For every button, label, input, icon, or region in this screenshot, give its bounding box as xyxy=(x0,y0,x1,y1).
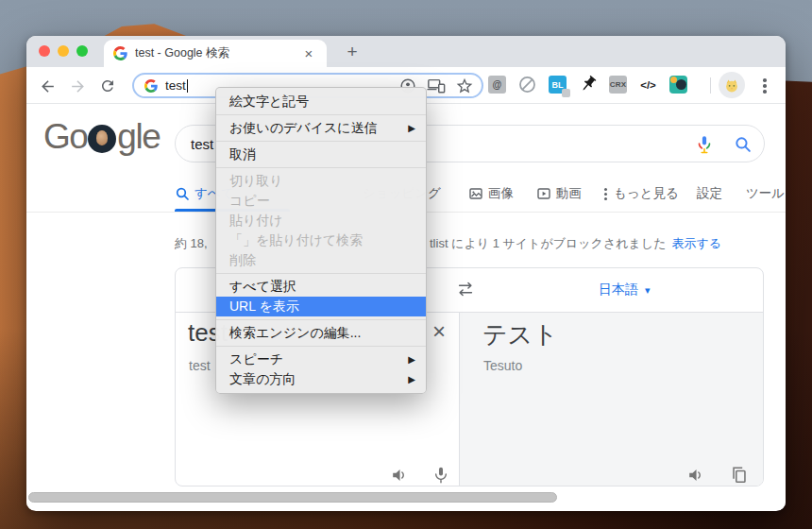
menu-separator xyxy=(216,319,426,320)
menu-item-speech[interactable]: スピーチ ▶ xyxy=(216,350,426,369)
menu-item-label: 削除 xyxy=(229,250,256,270)
menu-item-send-to-devices[interactable]: お使いのデバイスに送信 ▶ xyxy=(216,118,426,138)
google-doodle-logo: Gogle xyxy=(43,117,160,157)
menu-item-label: URL を表示 xyxy=(229,297,299,316)
tab-title: test - Google 検索 xyxy=(135,45,300,61)
chevron-down-icon: ▾ xyxy=(645,284,651,296)
mail-page-extension-icon[interactable]: @ xyxy=(486,74,508,95)
menu-item-show-url[interactable]: URL を表示 xyxy=(216,297,426,316)
menu-item-label: コピー xyxy=(229,191,270,211)
doodle-portrait-icon xyxy=(88,125,116,153)
listen-source-icon[interactable] xyxy=(390,465,411,486)
source-romaji: test xyxy=(189,358,211,373)
videos-tab-icon xyxy=(536,186,551,201)
menu-item-paste-and-search: 「」を貼り付けて検索 xyxy=(216,230,426,250)
browser-tab[interactable]: test - Google 検索 × xyxy=(104,40,327,67)
menu-item-undo[interactable]: 取消 xyxy=(216,145,426,164)
menu-item-emoji-symbols[interactable]: 絵文字と記号 xyxy=(216,92,426,111)
new-tab-button[interactable]: + xyxy=(340,41,364,63)
voice-search-icon[interactable] xyxy=(694,134,715,155)
menu-item-label: 貼り付け xyxy=(229,211,283,230)
menu-item-label: 取消 xyxy=(229,145,256,164)
logo-text-right: gle xyxy=(117,117,160,157)
menu-item-label: お使いのデバイスに送信 xyxy=(229,118,378,138)
tab-tools[interactable]: ツール xyxy=(746,185,785,202)
cat-avatar-icon xyxy=(721,75,742,95)
tab-settings-label: 設定 xyxy=(697,185,722,202)
target-language-selector[interactable]: 日本語▾ xyxy=(599,282,651,299)
menu-separator xyxy=(216,346,426,347)
menu-separator xyxy=(216,141,426,142)
menu-separator xyxy=(216,167,426,168)
listen-target-icon[interactable] xyxy=(686,465,707,486)
tab-images-label: 画像 xyxy=(488,185,514,202)
pin-extension-icon[interactable] xyxy=(577,74,599,95)
google-favicon xyxy=(144,79,158,93)
bookmark-star-icon[interactable] xyxy=(455,77,474,95)
copy-translation-icon[interactable] xyxy=(729,465,750,486)
menu-item-label: 「」を貼り付けて検索 xyxy=(229,230,363,250)
tab-images[interactable]: 画像 xyxy=(468,185,514,202)
back-icon xyxy=(39,77,57,95)
menu-item-copy: コピー xyxy=(216,191,426,211)
pushpin-icon xyxy=(578,75,598,94)
browser-menu-button[interactable] xyxy=(755,75,774,97)
target-language-label: 日本語 xyxy=(599,282,638,297)
minimize-window-button[interactable] xyxy=(58,45,69,57)
menu-item-label: 検索エンジンの編集... xyxy=(229,323,361,343)
menu-item-cut: 切り取り xyxy=(216,171,426,191)
tab-close-icon[interactable]: × xyxy=(300,45,317,61)
zoom-window-button[interactable] xyxy=(76,45,88,57)
back-button[interactable] xyxy=(36,75,59,97)
tab-more[interactable]: もっと見る xyxy=(604,185,679,202)
forward-icon xyxy=(69,77,87,95)
blocked-site-notice: tlist により 1 サイトがブロックされました表示する xyxy=(430,235,721,252)
tab-settings[interactable]: 設定 xyxy=(697,185,722,202)
forward-button[interactable] xyxy=(66,75,89,97)
menu-item-label: スピーチ xyxy=(229,350,283,369)
submenu-arrow-icon: ▶ xyxy=(408,118,415,138)
reload-icon xyxy=(99,77,116,94)
horizontal-scrollbar-thumb[interactable] xyxy=(28,492,557,503)
close-window-button[interactable] xyxy=(39,45,50,57)
menu-item-edit-search-engines[interactable]: 検索エンジンの編集... xyxy=(216,323,426,343)
voice-input-icon[interactable] xyxy=(431,465,451,486)
menu-separator xyxy=(216,273,426,274)
swap-languages-icon[interactable] xyxy=(455,280,476,299)
search-submit-icon[interactable] xyxy=(733,134,753,155)
more-dots-icon xyxy=(604,188,607,200)
menu-item-select-all[interactable]: すべて選択 xyxy=(216,277,426,297)
result-stats-left: 約 18, xyxy=(175,235,208,252)
google-favicon xyxy=(113,46,127,60)
menu-separator xyxy=(216,114,426,115)
search-query-text: test xyxy=(191,136,213,152)
menu-item-label: 文章の方向 xyxy=(229,369,296,389)
code-extension-icon[interactable]: </> xyxy=(637,74,659,95)
camera-extension-icon[interactable] xyxy=(668,74,689,95)
block-icon xyxy=(517,75,537,94)
show-blocked-link[interactable]: 表示する xyxy=(671,236,721,250)
target-romaji: Tesuto xyxy=(483,358,522,373)
crx-extension-icon[interactable]: CRX xyxy=(607,74,629,95)
bl-extension-icon[interactable]: BL xyxy=(547,74,568,95)
blocked-notice-text: tlist により 1 サイトがブロックされました xyxy=(430,236,666,250)
menu-item-writing-direction[interactable]: 文章の方向 ▶ xyxy=(216,369,426,389)
tab-videos[interactable]: 動画 xyxy=(536,185,582,202)
tab-tools-label: ツール xyxy=(746,185,785,202)
menu-item-label: 絵文字と記号 xyxy=(229,92,309,111)
extensions-area: @ BL CRX </> xyxy=(486,74,689,95)
clear-source-button[interactable]: × xyxy=(427,318,451,345)
devices-icon[interactable] xyxy=(426,77,447,95)
tab-more-label: もっと見る xyxy=(614,185,679,202)
menu-item-label: 切り取り xyxy=(229,171,283,191)
profile-avatar[interactable] xyxy=(719,72,745,98)
camera-glyph xyxy=(669,76,687,94)
menu-item-delete: 削除 xyxy=(216,250,426,270)
reload-button[interactable] xyxy=(96,75,119,97)
logo-text-left: Go xyxy=(43,117,87,157)
submenu-arrow-icon: ▶ xyxy=(408,369,415,389)
menu-item-paste: 貼り付け xyxy=(216,211,426,230)
tab-videos-label: 動画 xyxy=(556,185,582,202)
blocker-extension-icon[interactable] xyxy=(516,74,538,95)
images-tab-icon xyxy=(468,186,483,201)
